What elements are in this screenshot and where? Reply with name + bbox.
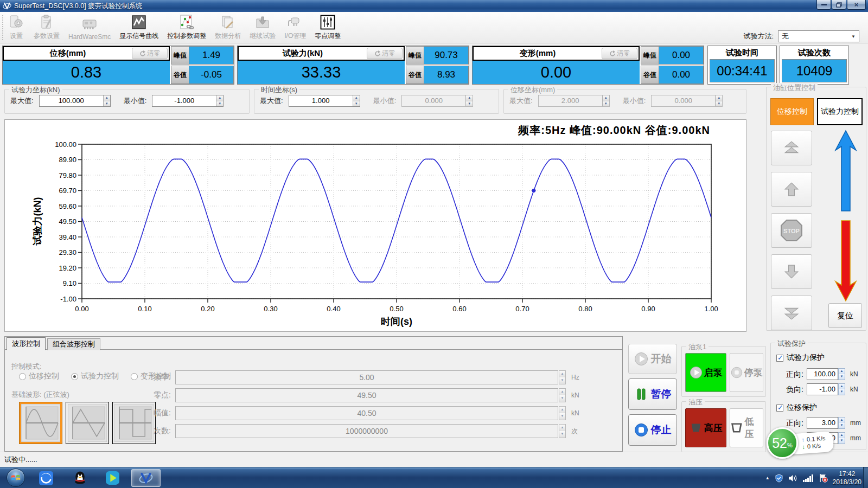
- frequency-unit: Hz: [571, 370, 579, 384]
- show-desktop-button[interactable]: [863, 467, 868, 488]
- taskbar-qq-icon[interactable]: [68, 469, 91, 487]
- up-button[interactable]: [771, 172, 812, 207]
- taskbar-browser-icon[interactable]: [35, 469, 58, 487]
- displacement-protection-checkbox[interactable]: 位移保护: [776, 403, 817, 413]
- low-pressure-button[interactable]: 低压: [730, 408, 763, 447]
- pump-start-button[interactable]: 启泵: [685, 353, 726, 392]
- stop-icon: [731, 367, 743, 378]
- time-axis-max-input[interactable]: 1.000▲▼: [289, 95, 360, 107]
- waveform-control-panel: 波形控制 组合波形控制 控制模式: 位移控制 试验力控制 变形控制 基础波形: …: [4, 336, 623, 452]
- svg-text:29.30: 29.30: [59, 248, 76, 256]
- toolbar-parameter-settings-button[interactable]: 参数设置: [34, 14, 60, 41]
- fast-up-button[interactable]: [771, 131, 812, 165]
- spin-down-icon: ▼: [559, 413, 565, 420]
- clear-zero-button[interactable]: 清零: [602, 48, 637, 59]
- taskbar-supertest-app-button[interactable]: [131, 469, 161, 487]
- app-logo-icon: [139, 471, 153, 485]
- spinner[interactable]: ▲▼: [559, 370, 566, 384]
- displacement-positive-limit-input[interactable]: 3.00: [807, 417, 838, 429]
- frequency-input[interactable]: 5.00: [175, 370, 558, 384]
- fast-down-button[interactable]: [771, 296, 812, 330]
- force-axis-group: 试验力坐标(kN) 最大值: 100.000▲▼ 最小值: -1.000▲▼: [4, 89, 250, 114]
- test-method-select[interactable]: 无 ▼: [778, 30, 859, 42]
- bucket-filled-icon: [690, 421, 703, 434]
- radio-force-control[interactable]: 试验力控制: [71, 371, 119, 381]
- network-signal-icon[interactable]: [803, 474, 814, 482]
- toolbar-data-analysis-button[interactable]: 数据分析: [215, 14, 241, 41]
- tab-combined-waveform-control[interactable]: 组合波形控制: [47, 338, 100, 350]
- displacement-axis-max-input[interactable]: 2.000▲▼: [538, 95, 610, 107]
- high-pressure-button[interactable]: 高压: [685, 408, 726, 447]
- reset-position-button[interactable]: 复位: [828, 303, 862, 328]
- pause-button[interactable]: 暂停: [628, 378, 677, 410]
- test-method-label: 试验方法:: [743, 31, 774, 41]
- toolbar-hardwaresmc-button[interactable]: HardWareSmc: [68, 15, 111, 41]
- force-positive-limit-input[interactable]: 100.00: [807, 368, 838, 380]
- spinner[interactable]: ▲▼: [559, 406, 566, 420]
- toolbar-io-management-button[interactable]: I/O管理: [284, 14, 306, 41]
- checkbox-checked-icon: [776, 404, 783, 412]
- zero-point-label: 零点:: [135, 390, 171, 400]
- toolbar-zero-adjust-button[interactable]: 零点调整: [315, 14, 341, 41]
- svg-text:STOP: STOP: [783, 228, 800, 234]
- pump-stop-button[interactable]: 停泵: [730, 353, 763, 392]
- force-axis-max-input[interactable]: 100.000▲▼: [39, 95, 111, 107]
- spin-down-icon: ▼: [353, 101, 360, 107]
- stop-button[interactable]: 停止: [628, 414, 677, 446]
- cycle-count-input[interactable]: 1000000000: [175, 424, 558, 438]
- time-axis-min-input[interactable]: 0.000▲▼: [401, 95, 473, 107]
- spinner[interactable]: ▲▼: [838, 368, 845, 380]
- zero-point-input[interactable]: 49.50: [175, 388, 558, 402]
- spin-down-icon: ▼: [466, 101, 473, 107]
- readout-value: 0.00: [473, 61, 640, 84]
- maximize-button[interactable]: [832, 0, 846, 10]
- action-center-flag-icon[interactable]: [819, 473, 828, 483]
- svg-text:0.60: 0.60: [452, 305, 466, 313]
- toolbar-show-signal-curve-button[interactable]: 显示信号曲线: [119, 14, 158, 41]
- taskbar-clock[interactable]: 17:42 2018/3/20: [833, 470, 861, 486]
- svg-text:0.30: 0.30: [264, 305, 277, 313]
- readout-deformation: 变形(mm) 清零 0.00 峰值0.00 谷值0.00: [472, 46, 704, 85]
- minimize-button[interactable]: [816, 0, 831, 10]
- clear-zero-button[interactable]: 清零: [367, 48, 403, 59]
- force-axis-min-input[interactable]: -1.000▲▼: [152, 95, 224, 107]
- waveform-thumb-sine[interactable]: [19, 402, 62, 444]
- force-control-button[interactable]: 试验力控制: [817, 98, 863, 125]
- spinner[interactable]: ▲▼: [838, 432, 845, 444]
- memory-percent-badge[interactable]: 52%: [767, 427, 798, 459]
- start-button[interactable]: 开始: [628, 344, 677, 374]
- toolbar-continue-test-button[interactable]: 继续试验: [250, 14, 276, 41]
- displacement-axis-min-input[interactable]: 0.000▲▼: [651, 95, 723, 107]
- force-protection-checkbox[interactable]: 试验力保护: [776, 353, 825, 363]
- radio-displacement-control[interactable]: 位移控制: [19, 371, 59, 381]
- volume-icon[interactable]: [788, 474, 798, 482]
- taskbar-media-player-icon[interactable]: [101, 469, 124, 487]
- close-icon: ×: [854, 1, 859, 8]
- spinner[interactable]: ▲▼: [559, 424, 566, 438]
- show-hidden-icons-button[interactable]: ▲: [765, 476, 770, 480]
- reset-icon: [139, 50, 146, 57]
- svg-text:69.70: 69.70: [59, 187, 76, 195]
- spinner[interactable]: ▲▼: [559, 388, 566, 402]
- spinner[interactable]: ▲▼: [838, 417, 845, 429]
- toolbar-settings-button[interactable]: 设置: [8, 14, 25, 41]
- waveform-thumb-triangle[interactable]: [66, 402, 109, 444]
- tab-waveform-control[interactable]: 波形控制: [7, 337, 46, 350]
- amplitude-input[interactable]: 40.50: [175, 406, 558, 420]
- force-negative-limit-input[interactable]: -1.00: [807, 383, 838, 395]
- down-button[interactable]: [771, 254, 812, 289]
- security-shield-icon[interactable]: [775, 474, 783, 483]
- close-button[interactable]: ×: [847, 0, 866, 10]
- displacement-control-button[interactable]: 位移控制: [770, 98, 814, 125]
- reset-icon: [609, 50, 616, 57]
- toolbar-control-parameter-adjust-button[interactable]: 控制参数调整: [167, 14, 206, 41]
- start-button[interactable]: [7, 468, 25, 487]
- cylinder-stop-button[interactable]: STOP: [771, 213, 812, 248]
- resume-folder-icon: [254, 14, 271, 31]
- spinner[interactable]: ▲▼: [838, 383, 845, 395]
- chart-plot: 100.0089.9079.8069.7059.6049.5039.4029.3…: [5, 120, 746, 331]
- clear-zero-button[interactable]: 清零: [132, 48, 168, 59]
- svg-text:1.00: 1.00: [704, 305, 718, 313]
- title-bar: SuperTest_DSC[V3.0.0] 疲劳试验控制系统 ×: [0, 0, 868, 12]
- svg-text:0.90: 0.90: [641, 305, 655, 313]
